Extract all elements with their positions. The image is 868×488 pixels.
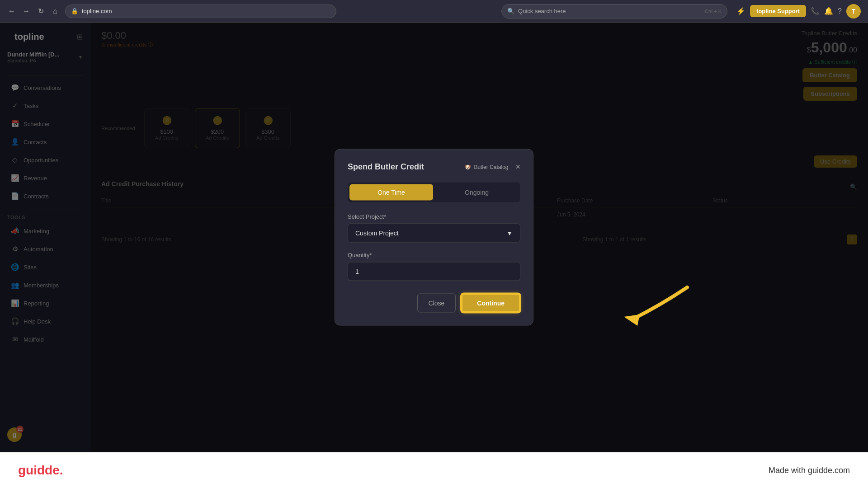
help-icon: ? <box>838 7 842 15</box>
home-btn[interactable]: ⌂ <box>51 7 60 16</box>
browser-actions: ⚡ topline Support 📞 🔔 ? T <box>736 4 861 19</box>
project-select[interactable]: Custom Project ▼ <box>348 224 520 243</box>
modal-title: Spend Butler Credit <box>348 162 424 172</box>
modal-butler-catalog-link[interactable]: 🐶 Butler Catalog <box>464 164 508 170</box>
guidde-footer: guidde. Made with guidde.com <box>0 452 868 488</box>
back-btn[interactable]: ← <box>7 7 16 16</box>
forward-btn[interactable]: → <box>22 7 31 16</box>
chevron-down-icon: ▼ <box>506 230 513 237</box>
reload-btn[interactable]: ↻ <box>36 7 45 16</box>
user-avatar[interactable]: T <box>846 4 861 19</box>
modal-close-button[interactable]: × <box>515 162 520 172</box>
continue-button[interactable]: Continue <box>461 294 520 313</box>
close-button[interactable]: Close <box>417 294 456 313</box>
project-select-group: Select Project* Custom Project ▼ <box>348 213 520 243</box>
project-select-label: Select Project* <box>348 213 520 220</box>
browser-search[interactable]: 🔍 Quick search here Ctrl + K <box>501 4 727 19</box>
lightning-icon: ⚡ <box>736 7 745 15</box>
quantity-input[interactable] <box>348 262 520 281</box>
bell-icon: 🔔 <box>824 7 833 15</box>
quantity-group: Quantity* <box>348 252 520 281</box>
butler-catalog-icon: 🐶 <box>464 164 471 170</box>
tab-one-time[interactable]: One Time <box>349 184 433 201</box>
spend-butler-credit-modal: Spend Butler Credit 🐶 Butler Catalog × O… <box>335 149 533 326</box>
modal-toggle-tabs: One Time Ongoing <box>348 183 520 202</box>
quantity-label: Quantity* <box>348 252 520 258</box>
guidde-logo: guidde. <box>18 463 63 478</box>
butler-catalog-link-label: Butler Catalog <box>474 164 508 170</box>
search-placeholder-text: Quick search here <box>518 8 566 14</box>
search-icon: 🔍 <box>507 8 514 14</box>
browser-chrome: ← → ↻ ⌂ 🔒 topline.com 🔍 Quick search her… <box>0 0 868 23</box>
modal-header: Spend Butler Credit 🐶 Butler Catalog × <box>348 162 520 172</box>
app-container: topline ⊞ Dunder Mifflin [D... Scranton,… <box>0 23 868 452</box>
url-bar[interactable]: 🔒 topline.com <box>65 5 336 18</box>
modal-footer: Close Continue <box>348 294 520 313</box>
phone-icon: 📞 <box>811 7 820 15</box>
guidde-tagline: Made with guidde.com <box>769 466 850 475</box>
search-shortcut: Ctrl + K <box>705 9 722 14</box>
project-select-value: Custom Project <box>355 230 399 237</box>
url-icon: 🔒 <box>71 8 78 14</box>
support-button[interactable]: topline Support <box>750 5 806 17</box>
url-text: topline.com <box>82 8 112 14</box>
tab-ongoing[interactable]: Ongoing <box>435 184 519 201</box>
modal-header-right: 🐶 Butler Catalog × <box>464 162 520 172</box>
